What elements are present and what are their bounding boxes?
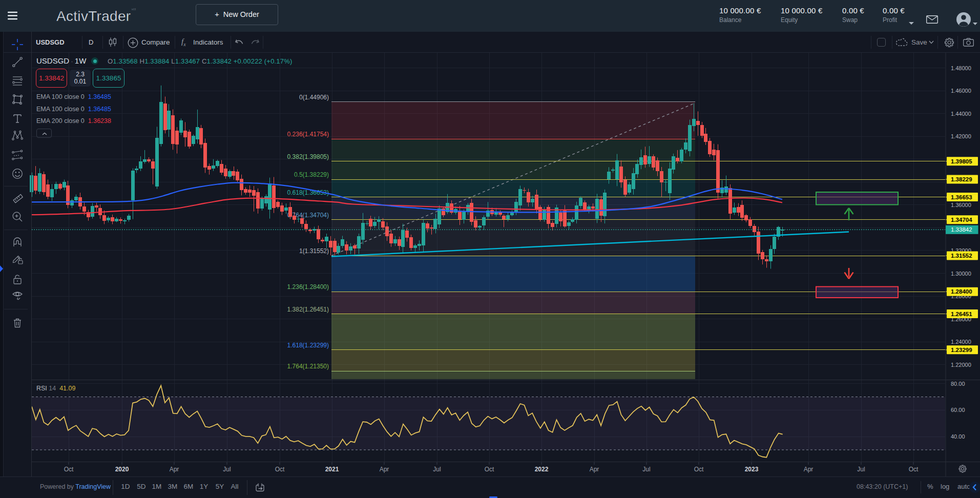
svg-text:Apr: Apr <box>590 466 599 473</box>
svg-text:0.236(1.41754): 0.236(1.41754) <box>287 131 329 138</box>
svg-text:Jul: Jul <box>642 466 650 473</box>
svg-text:Oct: Oct <box>275 466 285 473</box>
svg-text:Apr: Apr <box>380 466 389 473</box>
svg-text:Apr: Apr <box>170 466 179 473</box>
svg-text:Jul: Jul <box>223 466 231 473</box>
svg-text:1.36653: 1.36653 <box>951 194 972 200</box>
svg-text:1.23299: 1.23299 <box>951 347 972 353</box>
svg-text:1.46000: 1.46000 <box>951 88 971 94</box>
svg-text:2023: 2023 <box>745 466 759 473</box>
svg-text:1.33842: 1.33842 <box>951 226 972 233</box>
svg-text:Jul: Jul <box>857 466 865 473</box>
svg-text:1.39805: 1.39805 <box>951 158 972 164</box>
svg-text:1.38229: 1.38229 <box>951 176 972 182</box>
svg-text:1.30000: 1.30000 <box>951 271 971 277</box>
svg-text:Apr: Apr <box>804 466 814 473</box>
svg-text:1.44000: 1.44000 <box>951 111 971 117</box>
svg-text:1.48000: 1.48000 <box>951 65 971 71</box>
svg-text:2022: 2022 <box>535 466 549 473</box>
svg-text:1(1.31552): 1(1.31552) <box>299 247 329 255</box>
svg-text:0.382(1.39805): 0.382(1.39805) <box>287 153 329 160</box>
svg-text:0(1.44906): 0(1.44906) <box>299 94 329 101</box>
svg-text:1.22000: 1.22000 <box>951 362 971 368</box>
svg-text:1.618(1.23299): 1.618(1.23299) <box>287 342 329 349</box>
svg-text:80.00: 80.00 <box>951 381 965 387</box>
svg-text:2020: 2020 <box>115 466 129 473</box>
svg-text:1.26451: 1.26451 <box>951 311 972 317</box>
svg-text:40.00: 40.00 <box>951 433 965 440</box>
svg-text:1.764(1.21350): 1.764(1.21350) <box>287 363 329 370</box>
svg-text:2021: 2021 <box>325 466 339 473</box>
svg-text:1.36000: 1.36000 <box>951 202 971 208</box>
svg-text:Oct: Oct <box>909 466 919 473</box>
svg-text:Oct: Oct <box>694 466 704 473</box>
svg-text:Oct: Oct <box>64 466 74 473</box>
svg-text:1.382(1.26451): 1.382(1.26451) <box>287 306 329 313</box>
svg-text:0.5(1.38229): 0.5(1.38229) <box>294 171 329 178</box>
svg-text:1.31552: 1.31552 <box>951 253 972 259</box>
svg-text:Oct: Oct <box>485 466 494 473</box>
svg-text:1.42000: 1.42000 <box>951 133 971 139</box>
svg-text:60.00: 60.00 <box>951 407 965 413</box>
svg-text:1.34704: 1.34704 <box>951 217 972 223</box>
svg-text:1.236(1.28400): 1.236(1.28400) <box>287 283 329 291</box>
svg-text:1.24000: 1.24000 <box>951 339 971 345</box>
svg-text:1.28400: 1.28400 <box>951 288 972 295</box>
svg-text:Jul: Jul <box>433 466 441 473</box>
